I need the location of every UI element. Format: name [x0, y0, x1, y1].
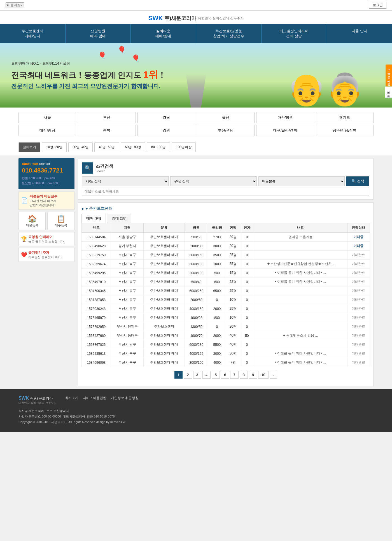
cell-area: 39평: [226, 233, 240, 242]
footer-terms[interactable]: 서비스이용관련: [83, 396, 106, 400]
cell-region: 경기 부천시: [111, 242, 143, 251]
cell-rights: 2000: [208, 304, 226, 313]
table-row[interactable]: 1584696068 부산시 북구 주간보호센터 매매 3000/100 400…: [82, 358, 370, 367]
table-row[interactable]: 1576465979 부산시 북구 주간보호센터 매매 1000/28 800 …: [82, 313, 370, 322]
type-select[interactable]: 매물분류: [258, 176, 345, 186]
footer-privacy[interactable]: 개인정보 취급방침: [111, 396, 139, 400]
count-20-40[interactable]: 20명~40명: [68, 142, 93, 152]
table-row[interactable]: 1563867025 부산시 남구 주간보호센터 매매 6000/280 550…: [82, 340, 370, 349]
category-label: ● ● 주간보호센터: [81, 206, 370, 211]
table-row[interactable]: 1600744584 서울 강남구 주간보호센터 매매 500/55 2700 …: [82, 233, 370, 242]
nav-item-startup[interactable]: 주간보호/요양원창업/하가 상담접수: [196, 24, 262, 43]
count-60-80[interactable]: 60명~80명: [121, 142, 145, 152]
login-button[interactable]: 로그인: [369, 2, 386, 9]
page-3[interactable]: 3: [193, 371, 201, 379]
property-register-icon[interactable]: 🏠 매물등록: [18, 212, 46, 230]
region-ulsan[interactable]: 울산: [197, 112, 255, 123]
nav-item-loan[interactable]: 대출 안내: [327, 24, 392, 43]
search-icon-box: 🔍: [82, 162, 93, 174]
top-bar: ★ 즐겨찾기 로그인: [0, 0, 392, 11]
cell-area: 10평: [226, 295, 240, 304]
nav-item-silver[interactable]: 실버타운매매/임대: [131, 24, 196, 43]
count-80-100[interactable]: 80~100명: [147, 142, 170, 152]
count-all[interactable]: 전체보기: [18, 142, 40, 152]
page-2[interactable]: 2: [184, 371, 192, 379]
region-seoul[interactable]: 서울: [18, 112, 76, 123]
bookmark-add-link[interactable]: ❤️ 즐겨찾기 추가 이부동산 즐겨찾기 추가!: [18, 248, 74, 262]
footer-about[interactable]: 회사소개: [65, 396, 78, 400]
table-row[interactable]: 1600490628 경기 부천시 주간보호센터 매매 2000/80 3000…: [82, 242, 370, 251]
cell-rights: 3000: [208, 349, 226, 358]
footer: SWK 주)새운코리아 대한민국 실버산업의 선두주자 회사소개 서비스이용관련…: [0, 389, 392, 432]
page-9[interactable]: 9: [249, 371, 257, 379]
cell-region: 서울 강남구: [111, 233, 143, 242]
property-number-input[interactable]: [82, 188, 369, 195]
count-40-60[interactable]: 40명~60명: [94, 142, 119, 152]
quick-menu[interactable]: 📄 빠른문의 비밀접수 24시간 언제 빠르게답변드리겠습니다.: [18, 192, 74, 210]
table-row[interactable]: 1575892959 부산시 연제구 주간보호센터 1300/50 0 20평 …: [82, 322, 370, 331]
side-badge[interactable]: 오늘 본 매물: [386, 65, 392, 86]
footer-company-label: 회사명 새운코리아 주소 부산광역시: [18, 409, 69, 412]
cell-content: • 이해를 돕기 위한 사진입니다 • ...: [254, 269, 347, 278]
cell-price: 1000/28: [185, 313, 208, 322]
region-daegu[interactable]: 대구/울산/경북: [256, 125, 314, 136]
cell-approval: 0: [240, 340, 254, 349]
table-row[interactable]: 1586497810 부산시 북구 주간보호센터 매매 500/40 600 2…: [82, 278, 370, 286]
table-row[interactable]: 1586499295 부산시 북구 주간보호센터 매매 2000/100 500…: [82, 269, 370, 278]
cell-approval: 0: [240, 295, 254, 304]
cell-content: [254, 304, 347, 313]
magnifier-icon: 🔍: [85, 165, 91, 171]
cell-status: 거래완료: [347, 358, 370, 367]
page-4[interactable]: 4: [202, 371, 211, 379]
region-busan-gyeongnam[interactable]: 부산/경남: [197, 125, 255, 136]
customer-center-title: customer center: [22, 162, 71, 166]
district-select[interactable]: 구/군 선택: [170, 176, 257, 186]
nav-item-hospital[interactable]: 요양병원매매/임대: [66, 24, 131, 43]
cell-region: 부산시 북구: [111, 358, 143, 367]
table-row[interactable]: 1584500345 부산시 북구 주간보호센터 매매 6000/250 650…: [82, 286, 370, 295]
page-next[interactable]: ›: [270, 371, 277, 379]
cell-type: 주간보호센터 매매: [143, 304, 185, 313]
page-5[interactable]: 5: [212, 371, 220, 379]
cell-rights: 1000: [208, 260, 226, 269]
region-masan[interactable]: 마산/창원: [256, 112, 314, 123]
cell-content: [254, 242, 347, 251]
bookmark-button[interactable]: ★ 즐겨찾기: [6, 2, 24, 8]
page-6[interactable]: 6: [221, 371, 229, 379]
region-gyeonggi[interactable]: 경기도: [316, 112, 374, 123]
count-100plus[interactable]: 100명이상: [172, 142, 196, 152]
region-gangwon[interactable]: 강원: [137, 125, 195, 136]
page-7[interactable]: 7: [230, 371, 238, 379]
cell-number: 1586497810: [82, 278, 111, 286]
region-select[interactable]: 시/도 선택: [82, 176, 169, 186]
page-8[interactable]: 8: [240, 371, 248, 379]
page-1[interactable]: 1: [174, 371, 183, 379]
nav-item-care-center[interactable]: 주간보호센터매매/임대: [0, 24, 66, 43]
region-gyeongnam[interactable]: 경남: [137, 112, 195, 123]
col-region: 지역: [111, 223, 143, 233]
search-button[interactable]: 🔍 검색: [346, 176, 369, 186]
region-daejeon[interactable]: 대전/충남: [18, 125, 76, 136]
tab-sale[interactable]: 매매 (94): [81, 214, 106, 223]
bullet-icon: ●: [81, 206, 84, 211]
region-chungbuk[interactable]: 충북: [78, 125, 136, 136]
table-row[interactable]: 1588219750 부산시 북구 주간보호센터 매매 3000/150 350…: [82, 251, 370, 260]
table-row[interactable]: 1581387058 부산시 북구 주간보호센터 매매 2000/60 0 10…: [82, 295, 370, 304]
cell-type: 주간보호센터 매매: [143, 278, 185, 286]
cell-status: 거래완료: [347, 322, 370, 331]
search-subtitle: Search: [95, 169, 113, 173]
cell-content: [254, 322, 347, 331]
cell-region: 부산시 북구: [111, 278, 143, 286]
table-row[interactable]: 1582259674 부산시 북구 주간보호센터 매매 3000/180 100…: [82, 260, 370, 269]
tab-rent[interactable]: 임대 (28): [107, 214, 131, 223]
table-row[interactable]: 1586235613 부산시 북구 주간보호센터 매매 4000/165 300…: [82, 349, 370, 358]
interior-link[interactable]: 🏆 요양원 인테리어 높은 퀄리터로 보답합니다.: [18, 232, 74, 246]
page-10[interactable]: 10: [258, 371, 268, 379]
table-row[interactable]: 1563427660 부산시 동래구 주간보호센터 매매 1000/70 200…: [82, 331, 370, 340]
region-gwangju[interactable]: 광주/전남/전북: [316, 125, 374, 136]
region-busan[interactable]: 부산: [78, 112, 136, 123]
buyer-register-icon[interactable]: 📋 매수등록: [47, 212, 74, 230]
table-row[interactable]: 1578030248 부산시 북구 주간보호센터 매매 4000/150 200…: [82, 304, 370, 313]
nav-item-interior[interactable]: 리모델링인테리어건식 상담: [262, 24, 327, 43]
count-10-20[interactable]: 10명~20명: [42, 142, 67, 152]
